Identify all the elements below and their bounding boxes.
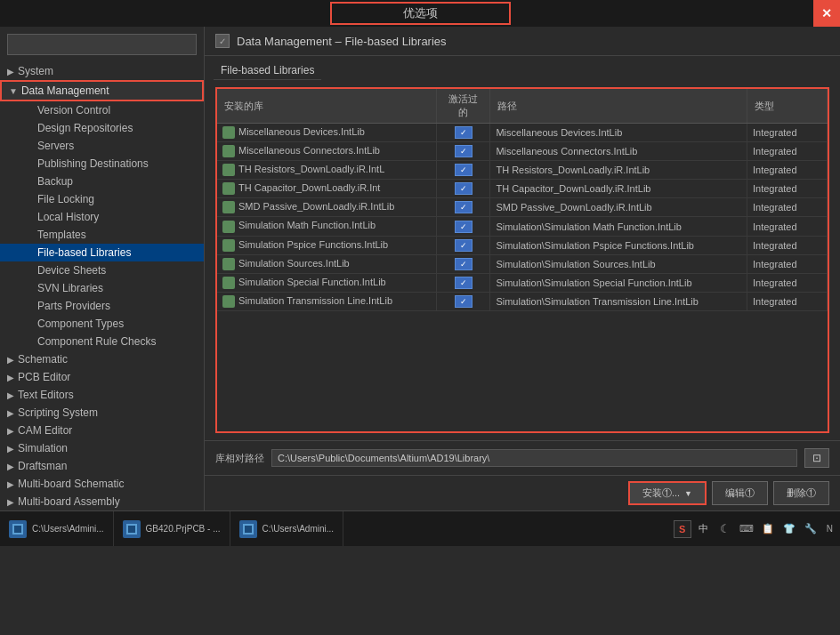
lib-active-cell[interactable]: ✓ — [437, 254, 490, 273]
taskbar-item-icon — [123, 520, 141, 538]
lib-icon — [222, 126, 235, 139]
sidebar-item-draftsman[interactable]: ▶Draftsman — [0, 457, 204, 475]
sidebar-item-label: Servers — [37, 140, 74, 152]
active-checkbox[interactable]: ✓ — [455, 164, 472, 176]
install-button[interactable]: 安装①... ▼ — [628, 481, 707, 505]
sidebar-item-publishing-destinations[interactable]: Publishing Destinations — [0, 155, 204, 173]
browse-button[interactable]: ⊡ — [804, 448, 829, 468]
sidebar-item-label: Design Repositories — [37, 122, 133, 134]
table-row[interactable]: Simulation Transmission Line.IntLib ✓ Si… — [217, 292, 828, 310]
taskbar-item-admini1[interactable]: C:\Users\Admini... — [0, 511, 114, 546]
lib-name-cell: Simulation Special Function.IntLib — [217, 273, 437, 292]
svg-rect-5 — [245, 526, 252, 533]
active-checkbox[interactable]: ✓ — [455, 182, 472, 195]
systray-altium: N — [827, 524, 833, 534]
table-row[interactable]: Simulation Sources.IntLib ✓ Simulation\S… — [217, 254, 828, 273]
sidebar-item-templates[interactable]: Templates — [0, 226, 204, 244]
lib-icon — [222, 239, 235, 252]
sidebar-item-label: CAM Editor — [18, 424, 72, 437]
sidebar-item-label: File Locking — [37, 193, 94, 205]
sidebar-item-parts-providers[interactable]: Parts Providers — [0, 297, 204, 315]
sidebar-item-multi-board-schematic[interactable]: ▶Multi-board Schematic — [0, 475, 204, 493]
sidebar-item-scripting-system[interactable]: ▶Scripting System — [0, 404, 204, 422]
active-checkbox[interactable]: ✓ — [455, 295, 472, 308]
active-checkbox[interactable]: ✓ — [455, 258, 472, 270]
table-row[interactable]: SMD Passive_DownLoadly.iR.IntLib ✓ SMD P… — [217, 198, 828, 217]
table-row[interactable]: Simulation Pspice Functions.IntLib ✓ Sim… — [217, 236, 828, 254]
delete-button[interactable]: 删除① — [773, 481, 829, 505]
sidebar-item-cam-editor[interactable]: ▶CAM Editor — [0, 422, 204, 439]
sidebar-item-label: Publishing Destinations — [37, 157, 149, 170]
active-checkbox[interactable]: ✓ — [455, 277, 472, 289]
taskbar-item-gb420[interactable]: GB420.PrjPCB - ... — [114, 511, 230, 546]
table-row[interactable]: Simulation Math Function.IntLib ✓ Simula… — [217, 217, 828, 236]
sidebar-item-label: Multi-board Assembly — [18, 495, 120, 508]
sidebar-item-schematic[interactable]: ▶Schematic — [0, 350, 204, 368]
sidebar-item-component-rule-checks[interactable]: Component Rule Checks — [0, 333, 204, 350]
sidebar-item-servers[interactable]: Servers — [0, 137, 204, 155]
sidebar-item-file-based-libraries[interactable]: File-based Libraries — [0, 244, 204, 261]
install-dropdown-arrow[interactable]: ▼ — [684, 489, 692, 498]
sidebar-item-label: Schematic — [18, 353, 68, 366]
sidebar-item-system[interactable]: ▶System — [0, 62, 204, 80]
taskbar-item-label: C:\Users\Admini... — [32, 524, 104, 534]
sidebar-item-data-management[interactable]: ▼Data Management — [0, 80, 204, 101]
sidebar-item-label: SVN Libraries — [37, 282, 103, 294]
active-checkbox[interactable]: ✓ — [455, 126, 472, 139]
lib-active-cell[interactable]: ✓ — [437, 180, 490, 198]
lib-active-cell[interactable]: ✓ — [437, 236, 490, 254]
lib-icon — [222, 258, 235, 270]
sidebar-item-file-locking[interactable]: File Locking — [0, 190, 204, 208]
table-row[interactable]: TH Resistors_DownLoadly.iR.IntL ✓ TH Res… — [217, 161, 828, 180]
active-checkbox[interactable]: ✓ — [455, 221, 472, 233]
table-row[interactable]: Miscellaneous Connectors.IntLib ✓ Miscel… — [217, 142, 828, 161]
header-checkbox[interactable]: ✓ — [215, 34, 230, 48]
sidebar-item-backup[interactable]: Backup — [0, 173, 204, 190]
sidebar-item-svn-libraries[interactable]: SVN Libraries — [0, 279, 204, 297]
lib-active-cell[interactable]: ✓ — [437, 142, 490, 161]
right-panel: ✓ Data Management – File-based Libraries… — [205, 27, 840, 510]
section-label: File-based Libraries — [214, 61, 321, 80]
edit-button[interactable]: 编辑① — [712, 481, 768, 505]
search-input[interactable] — [7, 34, 197, 55]
lib-active-cell[interactable]: ✓ — [437, 273, 490, 292]
table-row[interactable]: Miscellaneous Devices.IntLib ✓ Miscellan… — [217, 124, 828, 142]
close-button[interactable]: ✕ — [813, 0, 840, 27]
active-checkbox[interactable]: ✓ — [455, 145, 472, 157]
col-path: 路径 — [490, 89, 747, 124]
sidebar-item-multi-board-assembly[interactable]: ▶Multi-board Assembly — [0, 493, 204, 510]
sidebar-item-label: Text Editors — [18, 389, 74, 401]
taskbar-item-admini2[interactable]: C:\Users\Admini... — [230, 511, 344, 546]
systray-clipboard: 📋 — [759, 520, 777, 538]
lib-icon — [222, 295, 235, 308]
sidebar-item-label: Local History — [37, 211, 99, 223]
sidebar-item-local-history[interactable]: Local History — [0, 208, 204, 226]
lib-type-cell: Integrated — [747, 273, 828, 292]
sidebar-item-text-editors[interactable]: ▶Text Editors — [0, 386, 204, 404]
lib-active-cell[interactable]: ✓ — [437, 198, 490, 217]
path-input[interactable] — [271, 449, 797, 467]
sidebar-item-label: Parts Providers — [37, 300, 110, 312]
arrow-icon: ▶ — [7, 373, 14, 382]
lib-active-cell[interactable]: ✓ — [437, 124, 490, 142]
lib-active-cell[interactable]: ✓ — [437, 292, 490, 310]
lib-path-cell: Simulation\Simulation Math Function.IntL… — [490, 217, 747, 236]
lib-active-cell[interactable]: ✓ — [437, 161, 490, 180]
sidebar-item-pcb-editor[interactable]: ▶PCB Editor — [0, 368, 204, 386]
sidebar-item-simulation[interactable]: ▶Simulation — [0, 439, 204, 457]
active-checkbox[interactable]: ✓ — [455, 201, 472, 213]
systray-s[interactable]: S — [674, 520, 691, 538]
lib-active-cell[interactable]: ✓ — [437, 217, 490, 236]
taskbar-item-icon — [9, 520, 27, 538]
sidebar-item-device-sheets[interactable]: Device Sheets — [0, 261, 204, 279]
active-checkbox[interactable]: ✓ — [455, 239, 472, 252]
table-row[interactable]: TH Capacitor_DownLoadly.iR.Int ✓ TH Capa… — [217, 180, 828, 198]
lib-path-cell: Simulation\Simulation Pspice Functions.I… — [490, 236, 747, 254]
table-row[interactable]: Simulation Special Function.IntLib ✓ Sim… — [217, 273, 828, 292]
lib-type-cell: Integrated — [747, 254, 828, 273]
sidebar-item-component-types[interactable]: Component Types — [0, 315, 204, 333]
systray-ime[interactable]: 中 — [695, 520, 713, 538]
sidebar-item-design-repositories[interactable]: Design Repositories — [0, 119, 204, 137]
sidebar-item-version-control[interactable]: Version Control — [0, 101, 204, 119]
systray-shirt: 👕 — [780, 520, 798, 538]
